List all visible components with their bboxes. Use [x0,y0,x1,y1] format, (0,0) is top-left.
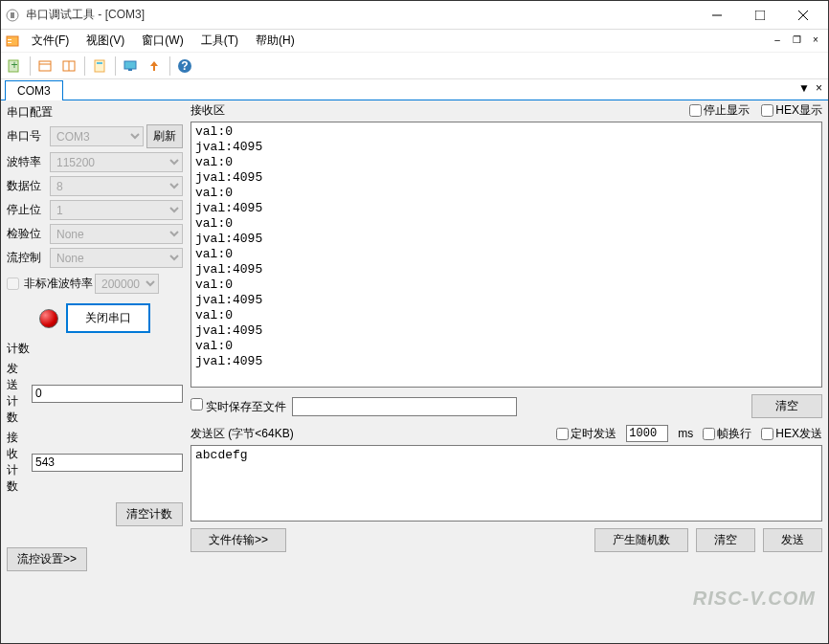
window-title: 串口调试工具 - [COM3] [26,7,695,23]
tool-monitor-icon[interactable] [119,55,142,78]
recv-count-input[interactable] [32,454,183,472]
tool-upload-icon[interactable] [143,55,166,78]
hex-send-option[interactable]: HEX发送 [761,426,822,442]
mdi-minimize[interactable]: – [769,32,786,47]
tab-close-icon[interactable]: × [816,81,822,95]
close-port-button[interactable]: 关闭串口 [66,303,150,333]
menu-help[interactable]: 帮助(H) [248,30,302,52]
wrap-option[interactable]: 帧换行 [703,426,751,442]
refresh-button[interactable]: 刷新 [146,124,183,148]
send-count-input[interactable] [32,385,183,403]
stop-select[interactable]: 1 [50,200,183,220]
interval-input[interactable] [626,425,668,442]
port-select[interactable]: COM3 [50,126,144,146]
file-transfer-button[interactable]: 文件传输>> [190,528,286,552]
svg-text:+: + [11,58,17,72]
save-realtime-checkbox[interactable] [190,398,203,411]
save-path-input[interactable] [292,397,517,416]
flow-settings-button[interactable]: 流控设置>> [7,547,87,571]
svg-rect-6 [7,36,18,46]
minimize-button[interactable] [695,2,738,29]
tx-clear-button[interactable]: 清空 [696,528,755,552]
tool-layout2-icon[interactable] [57,55,80,78]
svg-rect-8 [8,42,11,43]
left-panel: 串口配置 串口号 COM3 刷新 波特率 115200 数据位 8 停止位 1 … [1,100,189,644]
wrap-checkbox[interactable] [703,428,715,440]
nonstd-checkbox[interactable] [7,278,19,290]
svg-rect-17 [124,61,136,69]
parity-label: 检验位 [7,226,47,242]
mdi-close[interactable]: × [807,32,824,47]
svg-rect-11 [39,61,51,71]
rx-clear-button[interactable]: 清空 [751,394,822,418]
tool-calc-icon[interactable] [88,55,111,78]
tool-new-icon[interactable]: + [3,55,26,78]
svg-rect-1 [11,12,14,18]
tab-bar: COM3 ▼ × [1,79,828,100]
rx-textarea[interactable]: val:0 jval:4095 val:0 jval:4095 val:0 jv… [190,122,822,388]
right-panel: 接收区 停止显示 HEX显示 val:0 jval:4095 val:0 jva… [189,100,828,644]
tool-help-icon[interactable]: ? [173,55,196,78]
menu-bar: 文件(F) 视图(V) 窗口(W) 工具(T) 帮助(H) – ❐ × [1,30,828,53]
tab-com3[interactable]: COM3 [5,80,63,100]
svg-rect-3 [755,11,765,20]
hex-send-checkbox[interactable] [761,428,773,440]
data-label: 数据位 [7,178,47,194]
counts-title: 计数 [7,339,183,359]
recv-count-label: 接收计数 [7,430,28,495]
config-title: 串口配置 [7,102,183,122]
app-menu-icon[interactable] [3,32,22,51]
save-realtime-option[interactable]: 实时保存至文件 [190,398,286,415]
timed-send-option[interactable]: 定时发送 [556,426,616,442]
hex-display-checkbox[interactable] [761,104,773,117]
menu-file[interactable]: 文件(F) [24,30,77,52]
nonstd-label: 非标准波特率 [24,276,93,292]
menu-view[interactable]: 视图(V) [78,30,132,52]
nonstd-select[interactable]: 200000 [95,274,159,294]
ms-label: ms [678,427,693,440]
toolbar: + ? [1,53,828,79]
tx-title: 发送区 (字节<64KB) [190,426,294,442]
stop-display-checkbox[interactable] [689,104,702,117]
title-bar: 串口调试工具 - [COM3] [1,1,828,30]
clear-count-button[interactable]: 清空计数 [116,502,183,526]
status-led-icon [39,309,58,328]
svg-rect-16 [97,62,102,64]
random-button[interactable]: 产生随机数 [594,528,688,552]
flow-label: 流控制 [7,250,47,266]
tool-layout1-icon[interactable] [34,55,56,78]
menu-window[interactable]: 窗口(W) [134,30,190,52]
tx-textarea[interactable]: abcdefg [190,445,822,522]
data-select[interactable]: 8 [50,176,183,196]
flow-select[interactable]: None [50,248,183,268]
maximize-button[interactable] [738,2,781,29]
send-count-label: 发送计数 [7,361,28,426]
tab-dropdown-icon[interactable]: ▼ [798,81,810,95]
svg-rect-18 [128,69,132,71]
close-button[interactable] [781,2,824,29]
baud-select[interactable]: 115200 [50,152,183,172]
svg-rect-15 [95,60,104,72]
port-label: 串口号 [7,128,47,144]
baud-label: 波特率 [7,154,47,170]
rx-title: 接收区 [190,102,225,119]
parity-select[interactable]: None [50,224,183,244]
stop-display-option[interactable]: 停止显示 [689,102,750,119]
hex-display-option[interactable]: HEX显示 [761,102,822,119]
timed-send-checkbox[interactable] [556,428,569,440]
send-button[interactable]: 发送 [763,528,822,552]
svg-rect-7 [8,39,11,40]
svg-text:?: ? [181,59,188,73]
workspace: 串口配置 串口号 COM3 刷新 波特率 115200 数据位 8 停止位 1 … [1,100,828,644]
app-icon [5,8,20,23]
stop-label: 停止位 [7,202,47,218]
menu-tools[interactable]: 工具(T) [193,30,246,52]
mdi-restore[interactable]: ❐ [788,32,805,47]
